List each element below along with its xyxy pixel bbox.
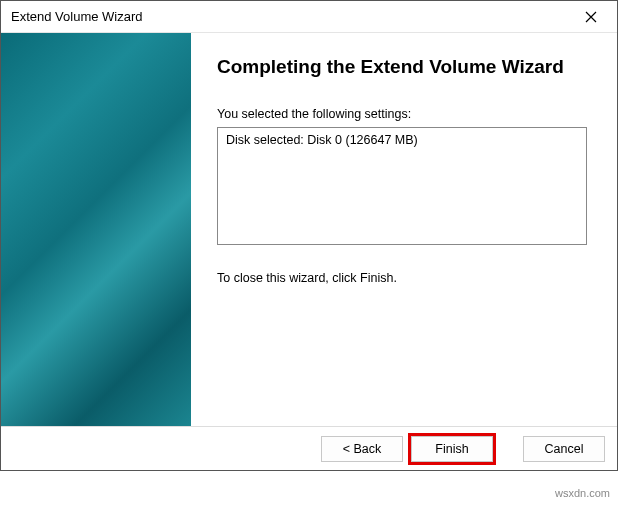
settings-label: You selected the following settings: [217,107,587,121]
summary-line: Disk selected: Disk 0 (126647 MB) [226,133,578,147]
titlebar: Extend Volume Wizard [1,1,617,33]
close-hint: To close this wizard, click Finish. [217,271,587,285]
cancel-button[interactable]: Cancel [523,436,605,462]
finish-button[interactable]: Finish [411,436,493,462]
content-area: Completing the Extend Volume Wizard You … [1,33,617,426]
window-title: Extend Volume Wizard [11,9,571,24]
extend-volume-wizard-dialog: Extend Volume Wizard Completing the Exte… [0,0,618,471]
wizard-heading: Completing the Extend Volume Wizard [217,55,587,79]
button-row: < Back Finish Cancel [1,426,617,470]
close-button[interactable] [571,3,611,31]
wizard-side-banner [1,33,191,426]
settings-summary-box[interactable]: Disk selected: Disk 0 (126647 MB) [217,127,587,245]
back-button[interactable]: < Back [321,436,403,462]
watermark: wsxdn.com [555,487,610,499]
main-panel: Completing the Extend Volume Wizard You … [191,33,617,426]
close-icon [585,11,597,23]
